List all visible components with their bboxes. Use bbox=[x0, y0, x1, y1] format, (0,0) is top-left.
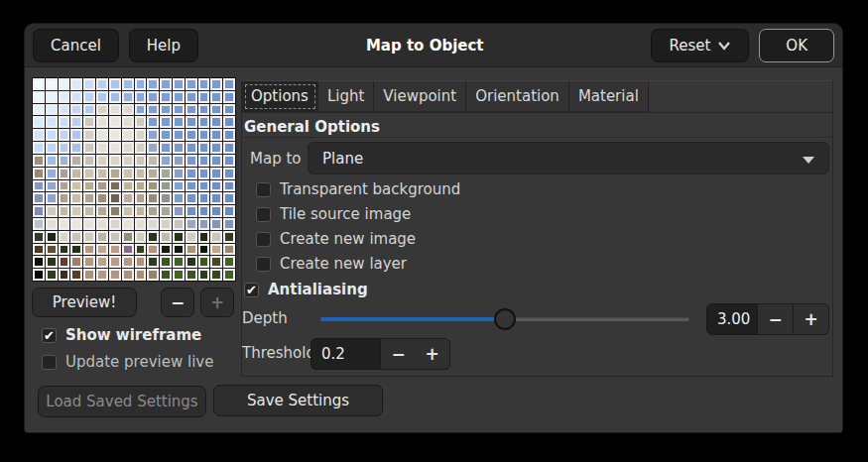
wireframe-cell bbox=[173, 116, 185, 128]
wireframe-cell bbox=[46, 78, 58, 90]
tab-viewpoint[interactable]: Viewpoint bbox=[374, 81, 466, 112]
tab-options[interactable]: Options bbox=[242, 81, 318, 112]
checkbox-transparent-background[interactable]: Transparent background bbox=[256, 179, 460, 199]
wireframe-cell bbox=[83, 256, 95, 268]
wireframe-cell bbox=[135, 155, 147, 167]
wireframe-cell bbox=[70, 192, 82, 204]
wireframe-cell bbox=[135, 256, 147, 268]
slider-handle[interactable] bbox=[494, 308, 516, 330]
wireframe-cell bbox=[109, 116, 121, 128]
cancel-button[interactable]: Cancel bbox=[33, 29, 119, 62]
show-wireframe-checkbox[interactable]: ✔ Show wireframe bbox=[42, 325, 201, 345]
threshold-increment-button[interactable]: + bbox=[415, 338, 450, 370]
wireframe-cell bbox=[59, 269, 70, 281]
wireframe-cell bbox=[186, 218, 197, 230]
wireframe-cell bbox=[96, 269, 108, 281]
help-button[interactable]: Help bbox=[129, 29, 198, 62]
wireframe-cell bbox=[46, 155, 58, 167]
wireframe-cell bbox=[46, 269, 58, 281]
checkbox-tile-source-image[interactable]: Tile source image bbox=[256, 204, 411, 224]
wireframe-cell bbox=[147, 104, 159, 116]
wireframe-cell bbox=[122, 168, 134, 179]
update-preview-live-checkbox[interactable]: Update preview live bbox=[42, 352, 213, 372]
wireframe-cell bbox=[135, 168, 147, 179]
wireframe-cell bbox=[147, 91, 159, 103]
depth-increment-button[interactable]: + bbox=[794, 303, 829, 335]
wireframe-cell bbox=[210, 256, 222, 268]
wireframe-cell bbox=[135, 218, 147, 230]
preview-image-wireframe[interactable] bbox=[32, 77, 236, 282]
wireframe-cell bbox=[59, 91, 70, 103]
antialiasing-checkbox[interactable]: ✔ Antialiasing bbox=[244, 280, 368, 299]
wireframe-cell bbox=[122, 129, 134, 141]
wireframe-cell bbox=[33, 155, 45, 167]
wireframe-cell bbox=[186, 192, 197, 204]
preview-button[interactable]: Preview! bbox=[32, 288, 137, 317]
wireframe-cell bbox=[122, 218, 134, 230]
wireframe-cell bbox=[122, 142, 134, 154]
wireframe-cell bbox=[33, 129, 45, 141]
wireframe-cell bbox=[198, 142, 210, 154]
wireframe-cell bbox=[122, 116, 134, 128]
wireframe-cell bbox=[147, 78, 159, 90]
wireframe-cell bbox=[33, 231, 45, 243]
wireframe-cell bbox=[33, 116, 45, 128]
wireframe-cell bbox=[109, 180, 121, 192]
tab-material[interactable]: Material bbox=[569, 81, 649, 112]
wireframe-cell bbox=[135, 116, 147, 128]
wireframe-cell bbox=[33, 218, 45, 230]
wireframe-cell bbox=[70, 269, 82, 281]
wireframe-cell bbox=[160, 205, 172, 217]
ok-button[interactable]: OK bbox=[759, 29, 834, 62]
threshold-decrement-button[interactable]: − bbox=[381, 338, 417, 370]
wireframe-cell bbox=[210, 180, 222, 192]
depth-slider[interactable] bbox=[320, 303, 689, 335]
wireframe-cell bbox=[223, 180, 235, 192]
reset-button[interactable]: Reset bbox=[651, 29, 749, 62]
wireframe-cell bbox=[210, 142, 222, 154]
wireframe-cell bbox=[210, 116, 222, 128]
depth-decrement-button[interactable]: − bbox=[758, 303, 794, 335]
wireframe-cell bbox=[96, 180, 108, 192]
wireframe-cell bbox=[33, 104, 45, 116]
checkbox-create-new-layer[interactable]: Create new layer bbox=[256, 254, 407, 274]
wireframe-cell bbox=[122, 244, 134, 256]
wireframe-cell bbox=[160, 269, 172, 281]
wireframe-cell bbox=[223, 129, 235, 141]
wireframe-cell bbox=[186, 231, 197, 243]
threshold-value-field[interactable]: 0.2 bbox=[310, 338, 381, 370]
wireframe-cell bbox=[59, 218, 70, 230]
wireframe-cell bbox=[173, 205, 185, 217]
wireframe-cell bbox=[59, 104, 70, 116]
depth-label: Depth bbox=[242, 309, 288, 327]
tab-orientation[interactable]: Orientation bbox=[466, 81, 569, 112]
wireframe-cell bbox=[33, 256, 45, 268]
plus-icon: + bbox=[210, 292, 224, 312]
wireframe-cell bbox=[46, 142, 58, 154]
wireframe-cell bbox=[96, 168, 108, 179]
load-saved-settings-button: Load Saved Settings bbox=[38, 386, 206, 417]
wireframe-cell bbox=[173, 168, 185, 179]
wireframe-cell bbox=[198, 192, 210, 204]
map-to-value: Plane bbox=[322, 150, 363, 168]
wireframe-cell bbox=[173, 256, 185, 268]
wireframe-cell bbox=[46, 244, 58, 256]
wireframe-cell bbox=[83, 180, 95, 192]
zoom-out-button[interactable]: − bbox=[161, 288, 194, 317]
map-to-dropdown[interactable]: Plane bbox=[308, 142, 829, 174]
wireframe-cell bbox=[223, 168, 235, 179]
tab-light[interactable]: Light bbox=[318, 81, 374, 112]
checkbox-create-new-image[interactable]: Create new image bbox=[256, 229, 416, 249]
wireframe-cell bbox=[135, 142, 147, 154]
wireframe-cell bbox=[109, 91, 121, 103]
wireframe-cell bbox=[83, 91, 95, 103]
wireframe-cell bbox=[135, 269, 147, 281]
wireframe-cell bbox=[186, 205, 197, 217]
wireframe-cell bbox=[160, 180, 172, 192]
depth-value-field[interactable]: 3.00 bbox=[706, 303, 758, 335]
checkbox-label: Transparent background bbox=[280, 180, 460, 198]
wireframe-cell bbox=[33, 180, 45, 192]
save-settings-button[interactable]: Save Settings bbox=[213, 385, 383, 416]
threshold-row: Threshold 0.2 − + bbox=[242, 338, 832, 370]
wireframe-cell bbox=[83, 78, 95, 90]
